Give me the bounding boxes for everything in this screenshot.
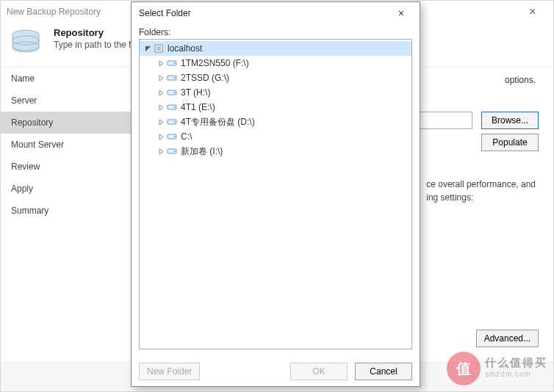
sidebar-item-review[interactable]: Review (1, 156, 133, 178)
expand-collapse-icon[interactable] (156, 119, 166, 126)
watermark: 值 什么值得买 smzdm.com (447, 352, 547, 385)
svg-point-12 (174, 92, 176, 93)
tree-node-drive[interactable]: 3T (H:\) (140, 85, 411, 100)
tree-node-label: 新加卷 (I:\) (181, 145, 223, 158)
tree-node-label: 1TM2SN550 (F:\) (181, 58, 249, 68)
svg-point-14 (174, 106, 176, 108)
drive-icon (166, 118, 178, 126)
ok-button: OK (290, 363, 348, 380)
sidebar-item-label: Repository (11, 117, 53, 128)
sidebar-item-server[interactable]: Server (1, 90, 133, 112)
tree-node-drive[interactable]: 2TSSD (G:\) (140, 70, 411, 85)
sidebar-item-mount-server[interactable]: Mount Server (1, 134, 133, 156)
drive-icon (166, 74, 178, 81)
wizard-header-title: Repository (54, 27, 131, 38)
sidebar-item-label: Apply (11, 184, 33, 194)
wizard-sidebar: Name Server Repository Mount Server Revi… (1, 68, 133, 362)
cancel-button[interactable]: Cancel (355, 363, 412, 380)
performance-hint: ce overall performance, and ing settings… (426, 178, 536, 204)
sidebar-item-label: Server (11, 95, 37, 106)
tree-node-label: localhost (168, 43, 202, 54)
dialog-titlebar: Select Folder × (132, 2, 420, 24)
wizard-close-button[interactable]: × (518, 5, 547, 18)
expand-collapse-icon[interactable] (156, 148, 166, 155)
sidebar-item-repository[interactable]: Repository (1, 112, 133, 134)
tree-node-drive[interactable]: 4T专用备份盘 (D:\) (140, 115, 411, 129)
watermark-line1: 什么值得买 (485, 356, 547, 370)
expand-collapse-icon[interactable] (156, 90, 166, 96)
watermark-line2: smzdm.com (485, 370, 547, 378)
populate-button[interactable]: Populate (481, 134, 539, 151)
sidebar-item-label: Summary (11, 206, 48, 216)
hint-line: ce overall performance, and (426, 178, 536, 191)
sidebar-item-apply[interactable]: Apply (1, 178, 133, 200)
tree-node-label: 3T (H:\) (181, 87, 210, 98)
tree-node-drive[interactable]: 新加卷 (I:\) (140, 144, 411, 159)
wizard-header-sub-right: options. (505, 75, 536, 85)
tree-node-localhost[interactable]: localhost (140, 41, 411, 56)
svg-point-18 (174, 136, 176, 137)
dialog-close-button[interactable]: × (390, 7, 412, 19)
sidebar-item-summary[interactable]: Summary (1, 200, 133, 222)
expand-collapse-icon[interactable] (156, 60, 166, 67)
tree-node-drive[interactable]: 1TM2SN550 (F:\) (140, 56, 411, 70)
sidebar-item-label: Review (11, 161, 40, 172)
drive-icon (166, 148, 178, 155)
tree-node-drive[interactable]: C:\ (140, 129, 411, 144)
dialog-body: Folders: localhost 1TM2SN550 (F:\) (132, 24, 420, 357)
repository-icon (10, 27, 42, 59)
browse-button[interactable]: Browse... (481, 112, 539, 129)
expand-collapse-icon[interactable] (156, 104, 166, 111)
drive-icon (166, 89, 178, 96)
hint-line: ing settings: (426, 191, 536, 204)
folders-label: Folders: (139, 27, 412, 37)
dialog-footer: New Folder OK Cancel (132, 357, 420, 386)
drive-icon (166, 104, 178, 111)
wizard-header-text: Repository Type in path to the f (54, 27, 131, 50)
expand-collapse-icon[interactable] (156, 75, 166, 81)
tree-node-label: C:\ (181, 131, 192, 142)
select-folder-dialog: Select Folder × Folders: localhost 1TM2S… (131, 1, 420, 387)
svg-point-8 (174, 62, 176, 64)
server-icon (153, 43, 165, 54)
tree-node-label: 4T1 (E:\) (181, 102, 215, 112)
tree-node-drive[interactable]: 4T1 (E:\) (140, 100, 411, 115)
new-folder-button: New Folder (139, 363, 200, 380)
advanced-button[interactable]: Advanced... (476, 330, 539, 347)
expand-collapse-icon[interactable] (156, 134, 166, 140)
tree-node-label: 2TSSD (G:\) (181, 73, 229, 83)
dialog-title: Select Folder (139, 8, 390, 18)
wizard-header-sub: Type in path to the f (54, 40, 131, 50)
svg-point-10 (174, 77, 176, 79)
sidebar-item-name[interactable]: Name (1, 68, 133, 90)
tree-node-label: 4T专用备份盘 (D:\) (181, 116, 255, 128)
folder-tree[interactable]: localhost 1TM2SN550 (F:\) 2TSSD (G:\) 3T… (139, 39, 412, 349)
drive-icon (166, 133, 178, 140)
svg-point-20 (174, 150, 176, 152)
watermark-badge: 值 (447, 352, 481, 385)
sidebar-item-label: Name (11, 73, 35, 84)
expand-collapse-icon[interactable] (143, 46, 153, 52)
svg-point-16 (174, 121, 176, 123)
drive-icon (166, 59, 178, 67)
sidebar-item-label: Mount Server (11, 139, 64, 150)
